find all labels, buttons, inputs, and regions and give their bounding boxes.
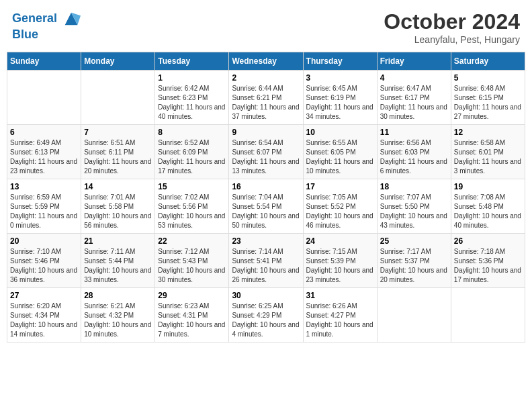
day-info: Sunrise: 6:55 AMSunset: 6:05 PMDaylight:…	[306, 138, 374, 176]
calendar-cell: 30Sunrise: 6:25 AMSunset: 4:29 PMDayligh…	[229, 288, 303, 342]
day-info: Sunrise: 6:20 AMSunset: 4:34 PMDaylight:…	[10, 302, 78, 339]
calendar-cell: 18Sunrise: 7:07 AMSunset: 5:50 PMDayligh…	[377, 179, 451, 234]
day-info: Sunrise: 6:54 AMSunset: 6:07 PMDaylight:…	[232, 138, 300, 176]
day-number: 6	[10, 128, 78, 137]
calendar-cell: 8Sunrise: 6:52 AMSunset: 6:09 PMDaylight…	[155, 125, 229, 179]
day-info: Sunrise: 7:07 AMSunset: 5:50 PMDaylight:…	[380, 193, 448, 230]
day-number: 17	[306, 182, 374, 191]
day-info: Sunrise: 7:14 AMSunset: 5:41 PMDaylight:…	[232, 247, 300, 285]
day-number: 12	[454, 128, 522, 137]
calendar-table: SundayMondayTuesdayWednesdayThursdayFrid…	[7, 52, 525, 342]
weekday-header-sunday: Sunday	[7, 52, 81, 71]
day-info: Sunrise: 6:45 AMSunset: 6:19 PMDaylight:…	[306, 84, 374, 122]
day-info: Sunrise: 7:15 AMSunset: 5:39 PMDaylight:…	[306, 247, 374, 285]
calendar-cell: 7Sunrise: 6:51 AMSunset: 6:11 PMDaylight…	[81, 125, 155, 179]
calendar-cell: 22Sunrise: 7:12 AMSunset: 5:43 PMDayligh…	[155, 234, 229, 288]
day-info: Sunrise: 6:23 AMSunset: 4:31 PMDaylight:…	[158, 302, 226, 339]
day-number: 13	[10, 182, 78, 191]
calendar-cell	[7, 71, 81, 125]
calendar-cell: 19Sunrise: 7:08 AMSunset: 5:48 PMDayligh…	[451, 179, 525, 234]
day-number: 20	[10, 236, 78, 246]
calendar-cell: 4Sunrise: 6:47 AMSunset: 6:17 PMDaylight…	[377, 71, 451, 125]
weekday-header-thursday: Thursday	[303, 52, 377, 71]
calendar-cell: 29Sunrise: 6:23 AMSunset: 4:31 PMDayligh…	[155, 288, 229, 342]
calendar-cell: 21Sunrise: 7:11 AMSunset: 5:44 PMDayligh…	[81, 234, 155, 288]
weekday-header-wednesday: Wednesday	[229, 52, 303, 71]
calendar-week-5: 27Sunrise: 6:20 AMSunset: 4:34 PMDayligh…	[7, 288, 525, 342]
day-number: 21	[84, 236, 152, 246]
day-number: 7	[84, 128, 152, 137]
logo-text: General	[12, 9, 81, 28]
day-number: 24	[306, 236, 374, 246]
day-info: Sunrise: 7:08 AMSunset: 5:48 PMDaylight:…	[454, 193, 522, 230]
calendar-week-1: 1Sunrise: 6:42 AMSunset: 6:23 PMDaylight…	[7, 71, 525, 125]
day-info: Sunrise: 6:52 AMSunset: 6:09 PMDaylight:…	[158, 138, 226, 176]
title-area: October 2024 Leanyfalu, Pest, Hungary	[384, 9, 520, 45]
day-info: Sunrise: 7:02 AMSunset: 5:56 PMDaylight:…	[158, 193, 226, 230]
calendar-cell: 16Sunrise: 7:04 AMSunset: 5:54 PMDayligh…	[229, 179, 303, 234]
calendar-cell: 10Sunrise: 6:55 AMSunset: 6:05 PMDayligh…	[303, 125, 377, 179]
day-info: Sunrise: 7:11 AMSunset: 5:44 PMDaylight:…	[84, 247, 152, 285]
logo: General Blue	[12, 9, 81, 42]
day-info: Sunrise: 6:44 AMSunset: 6:21 PMDaylight:…	[232, 84, 300, 122]
day-info: Sunrise: 6:58 AMSunset: 6:01 PMDaylight:…	[454, 138, 522, 176]
month-title: October 2024	[384, 9, 520, 34]
calendar-cell: 6Sunrise: 6:49 AMSunset: 6:13 PMDaylight…	[7, 125, 81, 179]
day-number: 10	[306, 128, 374, 137]
calendar-body: 1Sunrise: 6:42 AMSunset: 6:23 PMDaylight…	[7, 71, 525, 342]
calendar-cell: 15Sunrise: 7:02 AMSunset: 5:56 PMDayligh…	[155, 179, 229, 234]
weekday-header-tuesday: Tuesday	[155, 52, 229, 71]
calendar-cell: 23Sunrise: 7:14 AMSunset: 5:41 PMDayligh…	[229, 234, 303, 288]
day-info: Sunrise: 6:21 AMSunset: 4:32 PMDaylight:…	[84, 302, 152, 339]
day-number: 4	[380, 73, 448, 83]
day-info: Sunrise: 7:17 AMSunset: 5:37 PMDaylight:…	[380, 247, 448, 285]
calendar-cell: 27Sunrise: 6:20 AMSunset: 4:34 PMDayligh…	[7, 288, 81, 342]
calendar-cell: 26Sunrise: 7:18 AMSunset: 5:36 PMDayligh…	[451, 234, 525, 288]
calendar-week-2: 6Sunrise: 6:49 AMSunset: 6:13 PMDaylight…	[7, 125, 525, 179]
calendar-cell: 5Sunrise: 6:48 AMSunset: 6:15 PMDaylight…	[451, 71, 525, 125]
day-info: Sunrise: 7:18 AMSunset: 5:36 PMDaylight:…	[454, 247, 522, 285]
calendar-cell: 20Sunrise: 7:10 AMSunset: 5:46 PMDayligh…	[7, 234, 81, 288]
weekday-header-monday: Monday	[81, 52, 155, 71]
calendar-week-4: 20Sunrise: 7:10 AMSunset: 5:46 PMDayligh…	[7, 234, 525, 288]
calendar-cell: 31Sunrise: 6:26 AMSunset: 4:27 PMDayligh…	[303, 288, 377, 342]
day-number: 18	[380, 182, 448, 191]
day-number: 30	[232, 291, 300, 300]
calendar-cell: 12Sunrise: 6:58 AMSunset: 6:01 PMDayligh…	[451, 125, 525, 179]
calendar-cell: 9Sunrise: 6:54 AMSunset: 6:07 PMDaylight…	[229, 125, 303, 179]
logo-blue: Blue	[12, 28, 81, 42]
day-info: Sunrise: 7:12 AMSunset: 5:43 PMDaylight:…	[158, 247, 226, 285]
day-number: 25	[380, 236, 448, 246]
day-number: 23	[232, 236, 300, 246]
calendar-cell: 13Sunrise: 6:59 AMSunset: 5:59 PMDayligh…	[7, 179, 81, 234]
calendar-cell: 14Sunrise: 7:01 AMSunset: 5:58 PMDayligh…	[81, 179, 155, 234]
day-number: 11	[380, 128, 448, 137]
day-number: 27	[10, 291, 78, 300]
calendar-cell: 24Sunrise: 7:15 AMSunset: 5:39 PMDayligh…	[303, 234, 377, 288]
day-number: 28	[84, 291, 152, 300]
day-number: 3	[306, 73, 374, 83]
day-info: Sunrise: 6:47 AMSunset: 6:17 PMDaylight:…	[380, 84, 448, 122]
day-number: 1	[158, 73, 226, 83]
day-info: Sunrise: 6:49 AMSunset: 6:13 PMDaylight:…	[10, 138, 78, 176]
day-info: Sunrise: 6:25 AMSunset: 4:29 PMDaylight:…	[232, 302, 300, 339]
day-number: 14	[84, 182, 152, 191]
day-number: 9	[232, 128, 300, 137]
calendar-cell: 2Sunrise: 6:44 AMSunset: 6:21 PMDaylight…	[229, 71, 303, 125]
calendar-cell: 25Sunrise: 7:17 AMSunset: 5:37 PMDayligh…	[377, 234, 451, 288]
day-info: Sunrise: 6:48 AMSunset: 6:15 PMDaylight:…	[454, 84, 522, 122]
day-info: Sunrise: 7:04 AMSunset: 5:54 PMDaylight:…	[232, 193, 300, 230]
day-number: 26	[454, 236, 522, 246]
day-info: Sunrise: 6:42 AMSunset: 6:23 PMDaylight:…	[158, 84, 226, 122]
calendar-cell: 1Sunrise: 6:42 AMSunset: 6:23 PMDaylight…	[155, 71, 229, 125]
calendar-cell	[377, 288, 451, 342]
day-number: 16	[232, 182, 300, 191]
calendar-cell: 11Sunrise: 6:56 AMSunset: 6:03 PMDayligh…	[377, 125, 451, 179]
day-number: 2	[232, 73, 300, 83]
day-number: 5	[454, 73, 522, 83]
weekday-header-friday: Friday	[377, 52, 451, 71]
location: Leanyfalu, Pest, Hungary	[384, 34, 520, 45]
day-info: Sunrise: 6:51 AMSunset: 6:11 PMDaylight:…	[84, 138, 152, 176]
day-info: Sunrise: 7:01 AMSunset: 5:58 PMDaylight:…	[84, 193, 152, 230]
calendar-cell: 28Sunrise: 6:21 AMSunset: 4:32 PMDayligh…	[81, 288, 155, 342]
